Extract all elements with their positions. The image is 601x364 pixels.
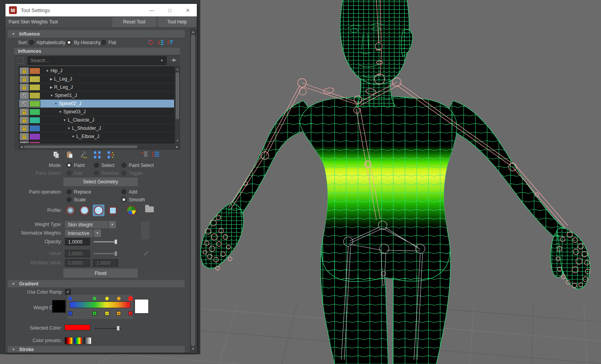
- influence-color-swatch[interactable]: [29, 109, 40, 115]
- reset-tool-button[interactable]: Reset Tool: [112, 17, 156, 27]
- influence-color-swatch[interactable]: [29, 142, 40, 144]
- sort-list-up-icon[interactable]: [167, 39, 175, 47]
- scroll-thumb[interactable]: [176, 72, 179, 119]
- refresh-icon[interactable]: [147, 39, 155, 47]
- collapse-tree-icon[interactable]: [140, 151, 148, 159]
- copy-weights-icon[interactable]: [52, 151, 60, 159]
- black-red-yellow-preset[interactable]: [65, 337, 73, 344]
- scroll-down-icon[interactable]: ▼: [192, 346, 195, 351]
- scroll-left-icon[interactable]: ◀: [19, 145, 24, 149]
- lock-icon[interactable]: [20, 108, 29, 116]
- search-dropdown-icon[interactable]: ▼: [157, 59, 166, 63]
- influence-row-Hip_J[interactable]: ▼Hip_J: [19, 67, 174, 75]
- expand-arrow-icon[interactable]: ▼: [50, 94, 53, 97]
- lock-icon[interactable]: [20, 84, 29, 91]
- radio-alphabetically[interactable]: [29, 40, 34, 45]
- expand-arrow-icon[interactable]: ▶: [50, 77, 52, 81]
- flood-button[interactable]: Flood: [63, 269, 138, 278]
- grayscale-preset[interactable]: [83, 337, 92, 344]
- collapse-arrow-icon[interactable]: ▼: [12, 32, 15, 36]
- expand-arrow-icon[interactable]: ▼: [54, 102, 58, 106]
- radio-scale[interactable]: [67, 197, 72, 202]
- hammer-weights-icon[interactable]: [80, 151, 88, 159]
- selected-color-swatch[interactable]: [65, 325, 90, 330]
- rainbow-preset[interactable]: [74, 337, 82, 344]
- opacity-input[interactable]: 1.0000: [65, 238, 90, 246]
- influence-row-R_Leg_J[interactable]: ▶R_Leg_J: [19, 83, 174, 91]
- scroll-thumb[interactable]: [191, 35, 195, 346]
- influence-row-Spine03_J[interactable]: ▼Spine03_J: [19, 108, 174, 116]
- radio-flat[interactable]: [101, 40, 106, 45]
- panel-scrollbar[interactable]: ▲ ▼: [190, 29, 196, 352]
- tool-help-button[interactable]: Tool Help: [158, 17, 196, 27]
- stroke-section-header[interactable]: ▼ Stroke: [8, 346, 185, 353]
- influence-color-swatch[interactable]: [29, 100, 40, 107]
- unlock-icon[interactable]: [20, 141, 29, 144]
- normalize-dropdown-arrow[interactable]: ▼: [94, 230, 101, 237]
- brush-square[interactable]: [107, 204, 119, 216]
- search-input[interactable]: [28, 58, 157, 63]
- radio-paint[interactable]: [67, 163, 72, 168]
- maximize-button[interactable]: □: [161, 4, 179, 16]
- lock-icon[interactable]: [20, 117, 29, 124]
- influence-list-vscrollbar[interactable]: ▲ ▼: [175, 66, 180, 143]
- paste-weights-icon[interactable]: [66, 151, 74, 159]
- sort-list-down-icon[interactable]: [157, 39, 165, 47]
- influence-color-swatch[interactable]: [29, 92, 40, 99]
- lock-icon[interactable]: [20, 67, 29, 75]
- collapse-arrow-icon[interactable]: ▼: [12, 282, 15, 286]
- weight-type-dropdown-arrow[interactable]: ▼: [109, 221, 116, 228]
- influence-color-swatch[interactable]: [29, 125, 40, 132]
- ramp-stop-handle[interactable]: [117, 297, 121, 300]
- color-ramp-widget[interactable]: ×××××: [67, 295, 133, 319]
- ramp-stop-delete[interactable]: ×: [68, 311, 72, 316]
- select-geometry-button[interactable]: Select Geometry: [63, 178, 138, 186]
- influence-row-L_Clavicle_J[interactable]: ▼L_Clavicle_J: [19, 116, 174, 124]
- radio-paint-select[interactable]: [121, 163, 126, 168]
- opacity-slider[interactable]: [94, 239, 117, 244]
- influence-row-L_Elbow_J[interactable]: ▼L_Elbow_J: [19, 133, 174, 141]
- collapse-arrow-icon[interactable]: ▼: [12, 348, 15, 351]
- influence-row-Spine02_J[interactable]: ▼Spine02_J: [19, 100, 174, 108]
- influence-color-swatch[interactable]: [29, 68, 40, 74]
- brush-gaussian[interactable]: [65, 204, 76, 216]
- scroll-down-icon[interactable]: ▼: [176, 138, 179, 143]
- scroll-right-icon[interactable]: ▶: [175, 145, 180, 149]
- influence-row-L_Shoulder_J[interactable]: ▼L_Shoulder_J: [19, 124, 174, 133]
- move-weights-icon[interactable]: [93, 151, 101, 159]
- minimize-button[interactable]: —: [143, 4, 161, 16]
- lock-icon[interactable]: [20, 133, 29, 140]
- ramp-stop-delete[interactable]: ×: [128, 311, 133, 316]
- influence-list[interactable]: ▼Hip_J▶L_Leg_J▶R_Leg_J▼Spine01_J▼Spine02…: [19, 66, 175, 143]
- ramp-stop-handle[interactable]: [105, 297, 109, 300]
- ramp-stop-handle[interactable]: [128, 296, 133, 301]
- ramp-stop-handle[interactable]: [68, 297, 72, 300]
- brush-solid[interactable]: [93, 204, 104, 216]
- ramp-stop-delete[interactable]: ×: [105, 311, 109, 316]
- influence-color-swatch[interactable]: [29, 84, 40, 91]
- radio-add[interactable]: [121, 189, 126, 194]
- search-box[interactable]: ▼: [27, 56, 167, 65]
- folder-icon[interactable]: [145, 206, 154, 212]
- scroll-thumb[interactable]: [24, 145, 137, 148]
- expand-arrow-icon[interactable]: ▼: [59, 110, 62, 114]
- ramp-stop-handle[interactable]: [93, 297, 96, 300]
- weight-color-high-swatch[interactable]: [135, 299, 149, 314]
- use-color-ramp-checkbox[interactable]: ✓: [65, 289, 71, 295]
- weight-type-dropdown[interactable]: Skin Weight: [65, 221, 108, 228]
- select-frame-icon[interactable]: [17, 57, 23, 64]
- brush-soft[interactable]: [79, 204, 90, 216]
- title-bar[interactable]: M Tool Settings — □ ✕: [5, 4, 197, 16]
- radio-select[interactable]: [94, 163, 99, 168]
- ramp-stop-delete[interactable]: ×: [117, 311, 121, 316]
- swap-weights-icon[interactable]: [106, 151, 114, 159]
- expand-tree-icon[interactable]: [152, 151, 160, 159]
- scroll-up-icon[interactable]: ▲: [176, 67, 179, 72]
- radio-smooth[interactable]: [121, 197, 126, 202]
- expand-arrow-icon[interactable]: ▼: [72, 135, 75, 138]
- influence-row-partial[interactable]: [19, 141, 174, 143]
- expand-arrow-icon[interactable]: ▼: [63, 118, 66, 122]
- influence-row-Spine01_J[interactable]: ▼Spine01_J: [19, 91, 174, 100]
- gradient-section-header[interactable]: ▼ Gradient: [8, 280, 185, 287]
- unlock-icon[interactable]: [20, 100, 29, 108]
